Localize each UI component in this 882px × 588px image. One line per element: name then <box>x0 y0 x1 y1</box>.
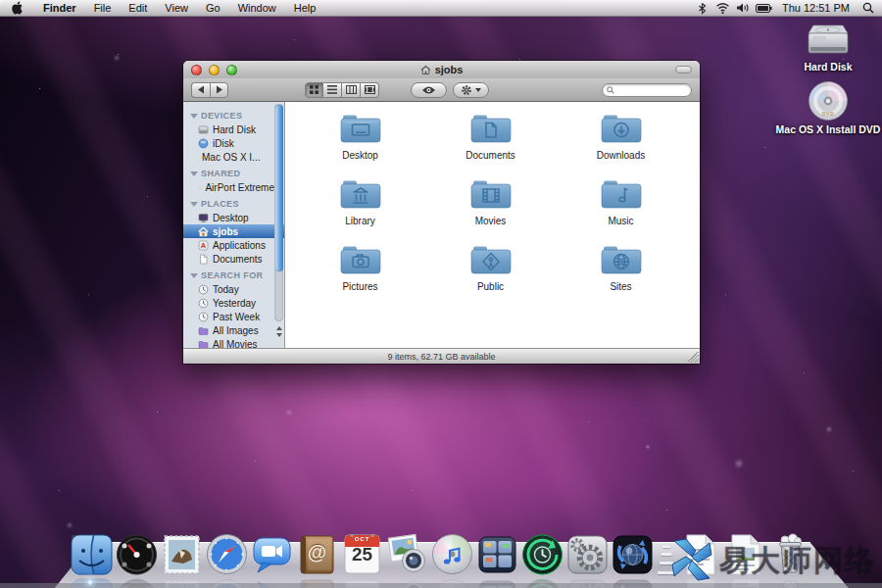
menu-item-help[interactable]: Help <box>285 0 325 16</box>
dock-ical-icon[interactable]: OCT 25 <box>340 532 384 576</box>
sidebar-section-devices[interactable]: DEVICES <box>183 106 274 122</box>
forward-button[interactable] <box>210 82 228 98</box>
finder-window: sjobs <box>183 61 700 364</box>
dock-documents-stack-icon[interactable] <box>678 532 722 576</box>
sidebar-item-mac-os-x-install[interactable]: Mac OS X I... <box>183 150 274 164</box>
sidebar-item-all-movies[interactable]: All Movies <box>183 337 274 348</box>
dock-ichat-icon[interactable] <box>250 532 294 576</box>
scrollbar-thumb[interactable] <box>275 105 283 271</box>
folder-icon <box>468 241 514 280</box>
menu-item-edit[interactable]: Edit <box>120 0 156 16</box>
ical-day-text: 25 <box>340 544 384 565</box>
smart-folder-icon <box>198 325 209 336</box>
folder-music[interactable]: Music <box>556 175 686 241</box>
folder-downloads[interactable]: Downloads <box>556 110 686 175</box>
status-text: 9 items, 62.71 GB available <box>387 352 495 362</box>
apple-menu[interactable] <box>0 1 34 15</box>
sidebar-section-shared[interactable]: SHARED <box>183 164 274 180</box>
sidebar-item-sjobs[interactable]: sjobs <box>183 224 285 238</box>
bluetooth-icon[interactable] <box>694 0 710 16</box>
folder-icon <box>468 110 514 149</box>
resize-grip[interactable] <box>688 352 699 363</box>
folder-sites[interactable]: Sites <box>556 241 686 307</box>
sidebar-item-past-week[interactable]: Past Week <box>183 310 274 323</box>
finder-running-indicator <box>87 579 93 585</box>
document-page-icon <box>198 254 209 265</box>
dock-iphoto-icon[interactable] <box>385 532 429 576</box>
sidebar-item-hard-disk[interactable]: Hard Disk <box>183 122 274 136</box>
folder-public[interactable]: Public <box>425 241 556 307</box>
volume-icon[interactable] <box>735 0 752 16</box>
sidebar-scrollbar[interactable] <box>274 104 283 321</box>
sidebar-item-documents[interactable]: Documents <box>183 252 274 266</box>
folder-desktop[interactable]: Desktop <box>295 110 425 175</box>
scrollbar-arrows[interactable] <box>274 322 283 340</box>
idisk-globe-icon <box>198 138 209 149</box>
icon-view-button[interactable] <box>305 82 323 98</box>
coverflow-view-button[interactable] <box>361 82 379 98</box>
sidebar-item-idisk[interactable]: iDisk <box>183 136 274 150</box>
dock-downloads-stack-icon[interactable] <box>723 532 767 576</box>
quick-look-button[interactable] <box>411 82 447 98</box>
list-view-button[interactable] <box>323 82 342 98</box>
dock-spaces-icon[interactable] <box>475 532 519 576</box>
dock-separator[interactable] <box>656 532 677 576</box>
dock-system-preferences-icon[interactable] <box>565 532 610 576</box>
dock-itunes-icon[interactable] <box>430 532 474 576</box>
folder-icon <box>338 110 383 149</box>
dock-finder-icon[interactable] <box>70 532 114 576</box>
home-mini-icon <box>198 226 209 237</box>
sidebar-item-yesterday[interactable]: Yesterday <box>183 296 274 310</box>
action-button[interactable] <box>453 82 489 98</box>
desktop-icon-install-dvd[interactable]: DVD Mac OS X Install DVD <box>774 80 882 135</box>
back-button[interactable] <box>191 82 210 98</box>
menu-item-window[interactable]: Window <box>229 0 285 16</box>
folder-pictures[interactable]: Pictures <box>295 241 425 307</box>
scroll-down-icon[interactable] <box>276 333 282 337</box>
title-bar[interactable]: sjobs <box>183 61 700 78</box>
column-view-button[interactable] <box>342 82 361 98</box>
window-title: sjobs <box>183 64 700 75</box>
menu-item-view[interactable]: View <box>156 0 197 16</box>
dock-address-book-icon[interactable]: @ <box>295 532 339 576</box>
smart-folder-icon <box>198 339 209 349</box>
toolbar-toggle-pill[interactable] <box>675 66 692 74</box>
clock-icon <box>198 284 209 295</box>
sidebar-item-all-images[interactable]: All Images <box>183 323 274 337</box>
file-browser-area: Desktop Documents Downloads <box>285 102 700 348</box>
wifi-icon[interactable] <box>714 0 731 16</box>
menu-item-file[interactable]: File <box>85 0 121 16</box>
menu-item-finder[interactable]: Finder <box>34 0 85 16</box>
dock-safari-icon[interactable] <box>205 532 249 576</box>
sidebar-item-airport-extreme[interactable]: AirPort Extreme <box>183 180 274 194</box>
sidebar-item-desktop[interactable]: Desktop <box>183 211 274 224</box>
dock-sync-icon[interactable] <box>611 532 655 576</box>
dock-mail-icon[interactable] <box>160 532 204 576</box>
clock-icon <box>198 298 209 309</box>
disclosure-triangle-icon <box>190 202 198 207</box>
ical-month-text: OCT <box>340 536 384 542</box>
sidebar-item-today[interactable]: Today <box>183 282 274 296</box>
dock-time-machine-icon[interactable] <box>520 532 564 576</box>
toolbar <box>183 78 700 102</box>
sidebar-section-search-for[interactable]: SEARCH FOR <box>183 266 274 282</box>
dock-dashboard-icon[interactable] <box>115 532 159 576</box>
battery-icon[interactable] <box>756 0 772 16</box>
folder-movies[interactable]: Movies <box>425 175 556 241</box>
menu-clock[interactable]: Thu 12:51 PM <box>776 2 856 14</box>
desktop-icon-hard-disk[interactable]: Hard Disk <box>774 22 882 73</box>
sidebar-section-places[interactable]: PLACES <box>183 194 274 211</box>
desktop-icon-label: Mac OS X Install DVD <box>774 123 882 135</box>
search-icon <box>607 86 614 94</box>
apple-logo <box>12 1 24 15</box>
folder-library[interactable]: Library <box>295 175 425 241</box>
applications-icon: A <box>198 240 209 251</box>
sidebar-item-applications[interactable]: A Applications <box>183 238 274 252</box>
dock-trash-icon[interactable] <box>768 532 812 576</box>
scroll-up-icon[interactable] <box>276 326 282 330</box>
spotlight-icon[interactable] <box>859 0 876 16</box>
menu-item-go[interactable]: Go <box>197 0 229 16</box>
search-field[interactable] <box>602 83 692 97</box>
folder-documents[interactable]: Documents <box>425 110 556 175</box>
search-input[interactable] <box>617 85 686 95</box>
